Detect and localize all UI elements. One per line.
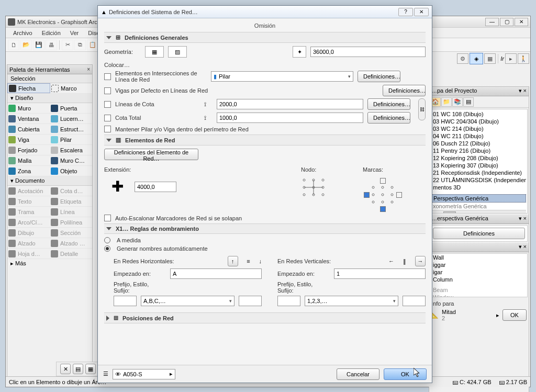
quick-list[interactable]: Wall iggar igar Column Beam Window Door … [430,253,528,297]
menu-ver[interactable]: Ver [66,29,83,37]
nodo-grid-icon[interactable] [301,177,326,198]
section-general[interactable]: ⊞Definiciones Generales [104,32,426,43]
palette-close-icon[interactable]: × [87,66,90,72]
style-v-dropdown[interactable]: 1,2,3,… [305,296,398,306]
def-cota-button[interactable]: Definiciones… [367,112,410,124]
tool-viga[interactable]: Viga [7,135,50,144]
prefix-h-input[interactable] [114,296,137,306]
panel-menu-icon[interactable]: ▾ [519,215,522,221]
mantener-checkbox[interactable] [104,126,111,132]
prefix-v-input[interactable] [277,296,300,306]
tool-acotacion[interactable]: Acotación [7,186,50,196]
nav-go-button[interactable]: ▸ [505,53,517,64]
ok-button[interactable]: OK [384,368,427,380]
new-icon[interactable]: 🗋 [8,40,19,50]
ok-mini-button[interactable]: OK [502,309,527,321]
tool-forjado[interactable]: Forjado [7,145,50,155]
lineas-cota-checkbox[interactable] [104,101,111,108]
section-posiciones[interactable]: ⊞Posiciones de Red [104,312,426,323]
tool-hoja[interactable]: Hoja d… [7,249,50,259]
mark-right-checkbox[interactable] [396,192,402,198]
help-button[interactable]: ? [398,8,413,16]
view-3d-button[interactable]: ◈ [470,53,483,64]
tool-detalle[interactable]: Detalle [50,249,92,259]
tool-texto[interactable]: Texto [7,196,50,206]
pen-tray-icon[interactable]: ▤ [73,364,83,374]
list-item[interactable]: 21 Receptionsdisk (Independiente) [432,169,526,176]
mark-left-checkbox[interactable] [364,192,370,198]
list-item[interactable]: mentos 3D [432,184,526,191]
minimize-button[interactable]: — [485,18,499,26]
section-diseno[interactable]: ▾ Diseño [7,94,92,103]
tool-polilinea[interactable]: Polilínea [50,217,92,227]
paste-icon[interactable]: 📋 [87,40,98,50]
link-chain-icon[interactable]: ⛓ [418,98,426,120]
tool-puerta[interactable]: Puerta [50,103,92,113]
list-item[interactable]: 12 Kopiering 208 (Dibujo) [432,154,526,162]
tool-escalera[interactable]: Escalera [50,145,92,155]
tool-alzado-interior[interactable]: Alzado … [50,238,92,248]
cancel-button[interactable]: Cancelar [337,368,379,380]
extension-input[interactable] [135,182,176,192]
copy-icon[interactable]: ⧉ [74,40,86,50]
tool-malla[interactable]: Malla [7,155,50,165]
geom-skew-icon[interactable]: ▨ [168,46,187,58]
emp-h-input[interactable] [170,268,262,279]
dir-up-button[interactable]: ↑ [228,256,238,266]
close-button[interactable]: ✕ [515,18,528,26]
panel-close-icon[interactable]: × [523,87,527,94]
panel-menu-icon[interactable]: ▾ [519,87,522,94]
tool-muro-cortina[interactable]: Muro C… [50,155,92,165]
section-naming[interactable]: X1… Reglas de nombramiento [104,223,426,234]
tool-cota-d[interactable]: Cota d… [50,186,92,196]
pen-grid-icon[interactable]: ▦ [85,364,96,374]
list-item[interactable]: 03 HWC 204/304 (Dibujo) [432,118,526,125]
cota-total-input[interactable] [217,113,363,123]
save-icon[interactable]: 💾 [33,40,44,50]
tool-seccion[interactable]: Sección [50,228,92,238]
tab-book-icon[interactable]: 📚 [452,97,463,107]
autoescalar-checkbox[interactable] [104,215,111,221]
list-item[interactable]: 04 WC 211 (Dibujo) [432,132,526,140]
menu-edicion[interactable]: Edición [38,29,65,37]
tool-marco[interactable]: Marco [50,83,92,93]
lineas-cota-input[interactable] [217,99,363,109]
radio-generar[interactable] [104,245,110,252]
maximize-button[interactable]: ▢ [500,18,513,26]
tool-estructura[interactable]: Estruct… [50,124,92,134]
tool-zona[interactable]: Zona [7,166,50,176]
cota-total-checkbox[interactable] [104,115,111,121]
print-icon[interactable]: 🖶 [46,40,57,50]
pilar-dropdown[interactable]: ▮Pilar [211,71,353,82]
tab-folder-icon[interactable]: 📁 [441,97,452,107]
gear-icon[interactable]: ⚙ [457,53,468,64]
mark-top-checkbox[interactable] [380,178,386,184]
tool-arco[interactable]: Arco/Cí… [7,217,50,227]
tool-dibujo[interactable]: Dibujo [7,228,50,238]
tool-linea[interactable]: Línea [50,207,92,217]
dir-right-button[interactable]: → [415,256,426,266]
layers-icon[interactable]: ☰ [103,371,108,377]
emp-v-input[interactable] [334,268,426,279]
tool-cubierta[interactable]: Cubierta [7,124,50,134]
suffix-h-input[interactable] [239,296,262,306]
tab-layers-icon[interactable]: ▤ [463,97,474,107]
tool-pilar[interactable]: Pilar [50,135,92,144]
def-lineas-button[interactable]: Definiciones… [367,98,410,110]
def-elemento-button[interactable]: Definiciones del Elemento de Red… [104,149,198,160]
list-item-selected[interactable]: Perspectiva Genérica [432,194,526,203]
list-item[interactable]: 01 WC 108 (Dibujo) [432,110,526,118]
tool-trama[interactable]: Trama [7,207,50,217]
tool-muro[interactable]: Muro [7,103,50,113]
section-documento[interactable]: ▾ Documento [7,176,92,186]
tool-etiqueta[interactable]: Etiqueta [50,196,92,206]
tool-alzado[interactable]: Alzado [7,238,50,248]
walk-icon[interactable]: 🚶 [518,53,529,64]
list-item[interactable]: 22 UTLÅMNINGSDISK (Independiente) [432,176,526,184]
angle-icon[interactable]: ✦ [293,46,306,58]
close-button[interactable]: ✕ [414,8,429,16]
suffix-v-input[interactable] [403,296,426,306]
def-vigas-button[interactable]: Definiciones… [383,85,426,96]
play-icon[interactable]: ▸ [496,312,499,319]
radio-amedida[interactable] [104,237,110,243]
